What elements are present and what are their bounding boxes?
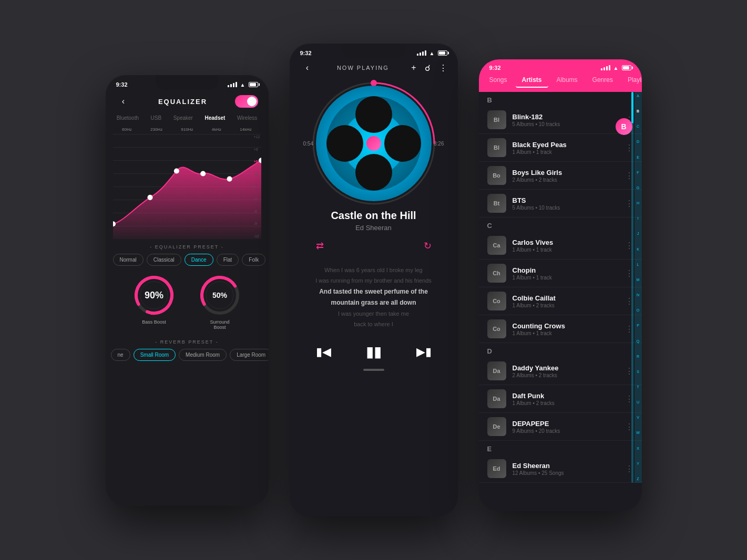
battery-fill-eq xyxy=(250,83,257,86)
device-speaker[interactable]: Speaker xyxy=(173,115,193,121)
alpha-u[interactable]: U xyxy=(636,400,641,404)
tab-genres[interactable]: Genres xyxy=(586,73,619,88)
alpha-l[interactable]: L xyxy=(636,263,641,266)
alpha-g[interactable]: G xyxy=(636,186,641,190)
artist-info-colbie: Colbie Caillat 1 Album • 2 tracks xyxy=(513,294,625,308)
alpha-n[interactable]: N xyxy=(636,293,641,297)
device-wireless[interactable]: Wireless xyxy=(237,115,257,121)
signal-bar-2 xyxy=(230,84,232,87)
tab-songs[interactable]: Songs xyxy=(483,73,514,88)
device-headset[interactable]: Headset xyxy=(204,115,225,121)
alpha-r[interactable]: R xyxy=(636,355,641,358)
knobs-row: 90% Bass Boost 50% SurroundBoost xyxy=(106,266,269,335)
alpha-p[interactable]: P xyxy=(636,324,641,327)
device-usb[interactable]: USB xyxy=(151,115,162,121)
bass-boost-knob[interactable]: 90% xyxy=(133,274,175,316)
artist-row-bep[interactable]: Bl Black Eyed Peas 1 Album • 1 track ⋮ xyxy=(479,134,642,162)
song-title: Castle on the Hill xyxy=(300,210,447,222)
alpha-w[interactable]: W xyxy=(636,431,641,434)
artist-meta-depapepe: 9 Albums • 20 tracks xyxy=(513,428,625,434)
artist-meta-chopin: 1 Album • 1 track xyxy=(513,275,625,281)
status-icons-np: ▲ xyxy=(417,50,447,56)
eq-toggle[interactable] xyxy=(235,95,258,108)
artist-meta-daft: 1 Album • 2 tracks xyxy=(513,400,625,406)
search-icon-np[interactable]: ☌ xyxy=(425,63,431,73)
alpha-a[interactable]: A xyxy=(636,94,641,98)
back-button-np[interactable]: ‹ xyxy=(300,60,315,75)
scroll-track xyxy=(631,92,633,483)
alpha-y[interactable]: Y xyxy=(636,462,641,465)
artist-meta-blg: 2 Albums • 2 tracks xyxy=(513,177,625,183)
artist-row-bts[interactable]: Bt BTS 5 Albums • 10 tracks ⋮ xyxy=(479,190,642,217)
artist-row-counting[interactable]: Co Counting Crows 1 Album • 1 track ⋮ xyxy=(479,315,642,343)
surround-boost-knob-wrap: 50% SurroundBoost xyxy=(199,274,241,330)
artist-info-bts: BTS 5 Albums • 10 tracks xyxy=(513,196,625,211)
alpha-f[interactable]: F xyxy=(636,171,641,174)
shuffle-icon[interactable]: ⇄ xyxy=(316,240,324,252)
more-icon-np[interactable]: ⋮ xyxy=(439,63,447,73)
tab-albums[interactable]: Albums xyxy=(550,73,584,88)
alpha-m[interactable]: M xyxy=(636,278,641,282)
loop-icon[interactable]: ↻ xyxy=(424,240,432,252)
alpha-h[interactable]: H xyxy=(636,201,641,205)
alpha-i[interactable]: I xyxy=(636,216,641,220)
artist-row-carlos[interactable]: Ca Carlos Vives 1 Album • 1 track ⋮ xyxy=(479,232,642,260)
artist-row-ed[interactable]: Ed Ed Sheeran 12 Albums • 25 Songs ⋮ xyxy=(479,455,642,483)
artist-row-daddy[interactable]: Da Daddy Yankee 2 Albums • 2 tracks ⋮ xyxy=(479,357,642,385)
preset-flat[interactable]: Flat xyxy=(217,254,239,266)
back-button-eq[interactable]: ‹ xyxy=(116,94,131,109)
device-bluetooth[interactable]: Bluetooth xyxy=(117,115,139,121)
next-button[interactable]: ▶▮ xyxy=(416,345,432,359)
alpha-d[interactable]: D xyxy=(636,140,641,143)
bass-boost-knob-wrap: 90% Bass Boost xyxy=(133,274,175,330)
artist-row-depapepe[interactable]: De DEPAPEPE 9 Albums • 20 tracks ⋮ xyxy=(479,413,642,441)
alpha-s[interactable]: S xyxy=(636,370,641,374)
alpha-k[interactable]: K xyxy=(636,247,641,251)
toggle-knob xyxy=(247,97,257,106)
alpha-e[interactable]: E xyxy=(636,155,641,159)
alpha-z[interactable]: Z xyxy=(636,477,641,481)
artist-avatar-colbie: Co xyxy=(487,292,506,310)
reverb-large-room[interactable]: Large Room xyxy=(230,349,268,361)
preset-classical[interactable]: Classical xyxy=(147,254,181,266)
alpha-t[interactable]: T xyxy=(636,385,641,389)
alpha-o[interactable]: O xyxy=(636,308,641,312)
time-elapsed: 0:54 xyxy=(303,141,313,147)
reverb-preset-label: - REVERB PRESET - xyxy=(106,339,269,345)
alpha-j[interactable]: J xyxy=(636,232,641,235)
artist-avatar-bts: Bt xyxy=(487,194,506,213)
alpha-q[interactable]: Q xyxy=(636,339,641,343)
tab-playlists[interactable]: Playlists xyxy=(621,73,642,88)
artist-row-chopin[interactable]: Ch Chopin 1 Album • 1 track ⋮ xyxy=(479,260,642,287)
reverb-medium-room[interactable]: Medium Room xyxy=(179,349,227,361)
alpha-v[interactable]: V xyxy=(636,416,641,419)
db-minus3: -3 xyxy=(254,197,260,201)
preset-normal[interactable]: Normal xyxy=(113,254,144,266)
tab-artists[interactable]: Artists xyxy=(516,73,548,88)
status-icons-art: ▲ xyxy=(601,65,631,71)
add-icon-np[interactable]: + xyxy=(411,63,416,73)
alpha-x[interactable]: X xyxy=(636,447,641,450)
surround-boost-knob[interactable]: 50% xyxy=(199,274,241,316)
artist-row-colbie[interactable]: Co Colbie Caillat 1 Album • 2 tracks ⋮ xyxy=(479,287,642,315)
reverb-chips: ne Small Room Medium Room Large Room xyxy=(106,349,269,361)
reverb-none[interactable]: ne xyxy=(111,349,130,361)
pause-button[interactable]: ▮▮ xyxy=(366,343,382,360)
drag-handle[interactable] xyxy=(363,369,384,371)
preset-folk[interactable]: Folk xyxy=(242,254,265,266)
alpha-c[interactable]: C xyxy=(636,125,641,128)
alphabet-index[interactable]: A B C D E F G H I J K L M N O P Q xyxy=(635,92,642,483)
artist-name-chopin: Chopin xyxy=(513,266,625,274)
artist-meta-colbie: 1 Album • 2 tracks xyxy=(513,303,625,308)
prev-button[interactable]: ▮◀ xyxy=(316,345,331,359)
band-4khz: 4kHz xyxy=(212,127,221,132)
preset-dance[interactable]: Dance xyxy=(185,254,213,266)
reverb-small-room[interactable]: Small Room xyxy=(134,349,176,361)
alpha-b[interactable]: B xyxy=(636,109,641,113)
artist-meta-ed: 12 Albums • 25 Songs xyxy=(513,470,625,476)
np-title: NOW PLAYING xyxy=(337,65,389,71)
artist-info-carlos: Carlos Vives 1 Album • 1 track xyxy=(513,238,625,253)
artist-row-daft[interactable]: Da Daft Punk 1 Album • 2 tracks ⋮ xyxy=(479,385,642,413)
artist-row-blg[interactable]: Bo Boys Like Girls 2 Albums • 2 tracks ⋮ xyxy=(479,162,642,190)
eq-header: ‹ EQUALIZER xyxy=(106,90,269,115)
